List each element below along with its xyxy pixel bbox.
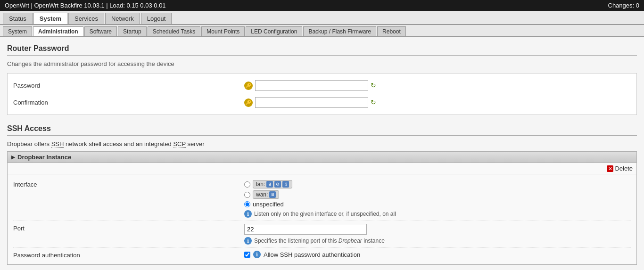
- wan-radio-row: wan: 🖥: [244, 190, 631, 199]
- pw-auth-info-text: Allow SSH password authentication: [264, 251, 360, 258]
- ssh-access-title: SSH Access: [7, 124, 637, 133]
- port-label: Port: [13, 224, 244, 232]
- topbar-title: OpenWrt | OpenWrt Backfire 10.03.1 | Loa…: [5, 2, 166, 9]
- wan-label: wan:: [256, 191, 268, 198]
- collapse-arrow-icon: ▶: [11, 155, 15, 160]
- main-tab-network[interactable]: Network: [105, 13, 140, 24]
- password-input[interactable]: [255, 80, 368, 91]
- lan-net-icon: 🖥: [266, 181, 273, 188]
- port-row: Port ℹ Specifies the listening port of t…: [13, 221, 631, 248]
- key-icon-confirm: 🔑: [244, 98, 253, 107]
- lan-badge: lan: 🖥 ⚙ ℹ: [253, 180, 292, 188]
- lan-radio[interactable]: [244, 181, 250, 188]
- router-password-title: Router Password: [7, 44, 637, 53]
- lan-info-icon: ℹ: [282, 181, 289, 188]
- password-label: Password: [13, 82, 244, 89]
- refresh-icon-confirm[interactable]: ↻: [371, 98, 379, 107]
- interface-info-icon: ℹ: [244, 210, 252, 218]
- unspecified-radio-row: unspecified: [244, 201, 631, 208]
- refresh-icon-password[interactable]: ↻: [371, 82, 379, 90]
- wan-badge: wan: 🖥: [253, 190, 279, 199]
- main-tab-status[interactable]: Status: [3, 13, 33, 24]
- pw-auth-checkbox[interactable]: [244, 252, 250, 258]
- topbar-changes: Changes: 0: [608, 2, 640, 9]
- wan-radio[interactable]: [244, 192, 250, 198]
- interface-info-text: Listen only on the given interface or, i…: [254, 211, 396, 217]
- router-password-section: Router Password Changes the administrato…: [7, 44, 637, 115]
- lan-settings-icon: ⚙: [274, 181, 281, 188]
- pw-auth-info-icon: ℹ: [253, 251, 261, 258]
- router-password-form: Password 🔑 ↻ Confirmation 🔑 ↻: [7, 73, 637, 115]
- pw-auth-control-row: ℹ Allow SSH password authentication: [244, 251, 631, 258]
- key-icon-password: 🔑: [244, 82, 253, 90]
- confirmation-input[interactable]: [255, 97, 368, 108]
- sub-tab-mount-points[interactable]: Mount Points: [201, 26, 245, 36]
- instance-form: Interface lan: 🖥 ⚙ ℹ: [8, 174, 636, 264]
- interface-row: Interface lan: 🖥 ⚙ ℹ: [13, 177, 631, 221]
- sub-tab-reboot[interactable]: Reboot: [377, 26, 406, 36]
- main-tab-logout[interactable]: Logout: [141, 13, 172, 24]
- section-divider-1: [7, 55, 637, 56]
- scp-abbr: SCP: [173, 140, 186, 148]
- dropbear-header[interactable]: ▶ Dropbear Instance: [8, 152, 636, 163]
- interface-info-row: ℹ Listen only on the given interface or,…: [244, 210, 631, 218]
- sub-tab-led-configuration[interactable]: LED Configuration: [246, 26, 302, 36]
- ssh-access-desc: Dropbear offers SSH network shell access…: [7, 140, 637, 147]
- port-controls: ℹ Specifies the listening port of this D…: [244, 224, 631, 245]
- sub-tab-software[interactable]: Software: [84, 26, 117, 36]
- lan-radio-row: lan: 🖥 ⚙ ℹ: [244, 180, 631, 188]
- main-tab-system[interactable]: System: [33, 13, 67, 24]
- confirmation-label: Confirmation: [13, 99, 244, 106]
- main-tab-services[interactable]: Services: [68, 13, 104, 24]
- port-info-row: ℹ Specifies the listening port of this D…: [244, 237, 631, 245]
- pw-auth-label: Password authentication: [13, 251, 244, 259]
- password-row: Password 🔑 ↻: [13, 77, 631, 94]
- ssh-abbr-2: SSH: [280, 251, 293, 258]
- wan-net-icon: 🖥: [269, 191, 276, 198]
- delete-label: Delete: [615, 165, 633, 172]
- delete-button[interactable]: ✕ Delete: [607, 165, 633, 172]
- interface-controls: lan: 🖥 ⚙ ℹ wan: 🖥: [244, 180, 631, 218]
- sub-nav: System Administration Software Startup S…: [0, 25, 644, 37]
- section-divider-2: [7, 135, 637, 136]
- sub-tab-startup[interactable]: Startup: [118, 26, 147, 36]
- unspecified-radio[interactable]: [244, 201, 250, 207]
- confirmation-control: 🔑 ↻: [244, 97, 379, 108]
- sub-tab-scheduled-tasks[interactable]: Scheduled Tasks: [148, 26, 201, 36]
- sub-tab-administration[interactable]: Administration: [33, 26, 83, 36]
- port-input[interactable]: [244, 224, 367, 235]
- interface-label: Interface: [13, 180, 244, 188]
- dropbear-content: ✕ Delete Interface lan: 🖥: [8, 163, 636, 264]
- router-password-desc: Changes the administrator password for a…: [7, 60, 637, 67]
- topbar: OpenWrt | OpenWrt Backfire 10.03.1 | Loa…: [0, 0, 644, 11]
- sub-tab-backup-flash[interactable]: Backup / Flash Firmware: [303, 26, 376, 36]
- password-control: 🔑 ↻: [244, 80, 379, 91]
- port-info-text: Specifies the listening port of this Dro…: [254, 237, 385, 244]
- pw-auth-controls: ℹ Allow SSH password authentication: [244, 251, 631, 258]
- instance-toolbar: ✕ Delete: [8, 163, 636, 174]
- delete-icon: ✕: [607, 165, 613, 172]
- main-nav: Status System Services Network Logout: [0, 11, 644, 25]
- port-info-icon: ℹ: [244, 237, 252, 245]
- confirmation-row: Confirmation 🔑 ↻: [13, 94, 631, 111]
- sub-tab-system[interactable]: System: [3, 26, 32, 36]
- dropbear-instance: ▶ Dropbear Instance ✕ Delete Interface: [7, 151, 637, 265]
- pw-auth-row: Password authentication ℹ Allow SSH pass…: [13, 248, 631, 262]
- content-area: Router Password Changes the administrato…: [0, 37, 644, 270]
- dropbear-title: Dropbear Instance: [17, 154, 71, 161]
- unspecified-label: unspecified: [253, 201, 284, 208]
- ssh-access-section: SSH Access Dropbear offers SSH network s…: [7, 124, 637, 265]
- ssh-abbr: SSH: [51, 140, 64, 148]
- lan-label: lan:: [256, 181, 265, 188]
